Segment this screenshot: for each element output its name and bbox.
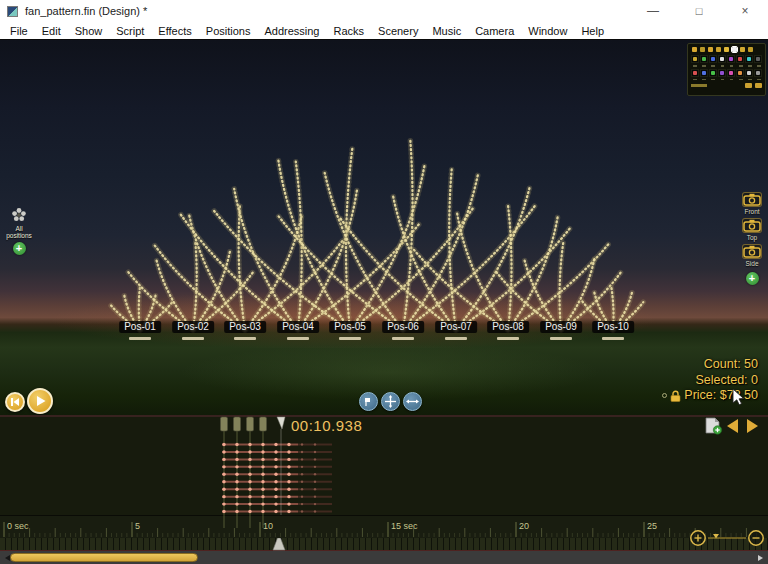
timeline-flag[interactable] xyxy=(234,417,241,431)
camera-move-button[interactable] xyxy=(381,392,400,411)
position-label-Pos-08[interactable]: Pos-08 xyxy=(487,321,529,333)
palette-tool-icon[interactable] xyxy=(708,47,713,52)
position-label-Pos-01[interactable]: Pos-01 xyxy=(119,321,161,333)
waveform-strip[interactable] xyxy=(0,538,768,551)
rack-Pos-02 xyxy=(182,337,204,340)
timeline-flag[interactable] xyxy=(260,417,267,431)
horizontal-scrollbar[interactable] xyxy=(0,551,768,564)
effect-swatch[interactable] xyxy=(700,55,708,63)
zoom-out-button[interactable] xyxy=(749,531,763,545)
menu-show[interactable]: Show xyxy=(68,22,110,40)
scrollbar-thumb[interactable] xyxy=(10,553,198,562)
menu-camera[interactable]: Camera xyxy=(468,22,521,40)
position-label-Pos-06[interactable]: Pos-06 xyxy=(382,321,424,333)
effect-swatch[interactable] xyxy=(745,69,753,77)
timeline-events[interactable] xyxy=(222,443,332,513)
app-window: fan_pattern.fin (Design) * — □ × FileEdi… xyxy=(0,0,768,564)
menu-racks[interactable]: Racks xyxy=(326,22,371,40)
palette-tool-icon[interactable] xyxy=(716,47,721,52)
play-button[interactable] xyxy=(27,388,53,414)
playhead-pin[interactable] xyxy=(268,538,290,551)
scroll-right-arrow-icon[interactable] xyxy=(758,555,763,561)
rack-Pos-09 xyxy=(550,337,572,340)
viewport-3d[interactable]: Pos-01Pos-02Pos-03Pos-04Pos-05Pos-06Pos-… xyxy=(0,40,768,415)
effect-swatch[interactable] xyxy=(727,55,735,63)
menu-bar: FileEditShowScriptEffectsPositionsAddres… xyxy=(0,22,768,40)
timeline-overlay xyxy=(0,415,768,538)
palette-footer-button[interactable] xyxy=(755,83,762,88)
swatch-caption xyxy=(757,65,761,67)
effect-swatch[interactable] xyxy=(691,69,699,77)
zoom-in-button[interactable] xyxy=(691,531,705,545)
effect-swatch[interactable] xyxy=(709,69,717,77)
menu-help[interactable]: Help xyxy=(574,22,611,40)
menu-positions[interactable]: Positions xyxy=(199,22,258,40)
add-position-button[interactable]: + xyxy=(13,242,26,255)
position-label-Pos-10[interactable]: Pos-10 xyxy=(592,321,634,333)
effects-palette-panel[interactable] xyxy=(687,43,766,96)
step-forward-button[interactable] xyxy=(747,419,758,433)
camera-pan-button[interactable] xyxy=(403,392,422,411)
effect-swatch-color xyxy=(720,57,724,61)
flower-positions-icon[interactable] xyxy=(10,206,28,224)
effect-swatch[interactable] xyxy=(736,69,744,77)
effect-swatch-color xyxy=(711,57,715,61)
effect-swatch[interactable] xyxy=(754,69,762,77)
menu-addressing[interactable]: Addressing xyxy=(257,22,326,40)
camera-preset-top-button[interactable] xyxy=(742,218,762,233)
add-camera-view-button[interactable]: + xyxy=(746,272,759,285)
effect-swatch[interactable] xyxy=(718,69,726,77)
all-positions-control: All positions + xyxy=(2,206,36,255)
palette-tool-icon[interactable] xyxy=(732,47,737,52)
timeline-playhead[interactable] xyxy=(277,417,285,429)
position-label-Pos-07[interactable]: Pos-07 xyxy=(435,321,477,333)
close-button[interactable]: × xyxy=(722,0,768,22)
position-label-Pos-02[interactable]: Pos-02 xyxy=(172,321,214,333)
effect-swatch[interactable] xyxy=(718,55,726,63)
position-label-Pos-09[interactable]: Pos-09 xyxy=(540,321,582,333)
effect-swatch[interactable] xyxy=(736,55,744,63)
palette-toolbar xyxy=(692,47,762,52)
effect-swatch[interactable] xyxy=(745,55,753,63)
menu-scenery[interactable]: Scenery xyxy=(371,22,425,40)
price-lock-icon[interactable] xyxy=(670,390,681,402)
camera-preset-side-button[interactable] xyxy=(742,244,762,259)
menu-window[interactable]: Window xyxy=(521,22,574,40)
timeline-flag[interactable] xyxy=(247,417,254,431)
camera-preset-label: Front xyxy=(744,208,759,215)
camera-move-icon xyxy=(384,395,397,408)
effect-swatch[interactable] xyxy=(691,55,699,63)
all-positions-label: All positions xyxy=(2,225,36,239)
effect-swatch[interactable] xyxy=(700,69,708,77)
window-controls: — □ × xyxy=(630,0,768,22)
menu-effects[interactable]: Effects xyxy=(151,22,198,40)
menu-script[interactable]: Script xyxy=(109,22,151,40)
palette-tool-icon[interactable] xyxy=(692,47,697,52)
skip-to-start-button[interactable] xyxy=(5,392,25,412)
effect-swatch[interactable] xyxy=(727,69,735,77)
palette-tool-icon[interactable] xyxy=(740,47,745,52)
position-label-Pos-04[interactable]: Pos-04 xyxy=(277,321,319,333)
palette-footer-button[interactable] xyxy=(745,83,752,88)
swatch-caption xyxy=(748,65,752,67)
position-label-Pos-03[interactable]: Pos-03 xyxy=(224,321,266,333)
palette-tool-icon[interactable] xyxy=(724,47,729,52)
app-icon xyxy=(7,6,18,17)
effect-swatch[interactable] xyxy=(709,55,717,63)
menu-edit[interactable]: Edit xyxy=(35,22,68,40)
menu-file[interactable]: File xyxy=(3,22,35,40)
camera-orbit-button[interactable] xyxy=(359,392,378,411)
position-label-Pos-05[interactable]: Pos-05 xyxy=(329,321,371,333)
maximize-button[interactable]: □ xyxy=(676,0,722,22)
camera-preset-front-button[interactable] xyxy=(742,192,762,207)
add-track-button[interactable] xyxy=(705,417,723,435)
palette-tool-icon[interactable] xyxy=(700,47,705,52)
rack-Pos-03 xyxy=(234,337,256,340)
effect-swatch[interactable] xyxy=(754,55,762,63)
camera-icon xyxy=(743,219,761,232)
menu-music[interactable]: Music xyxy=(425,22,468,40)
step-back-button[interactable] xyxy=(727,419,738,433)
timeline-flag[interactable] xyxy=(221,417,228,431)
minimize-button[interactable]: — xyxy=(630,0,676,22)
palette-tool-icon[interactable] xyxy=(748,47,753,52)
